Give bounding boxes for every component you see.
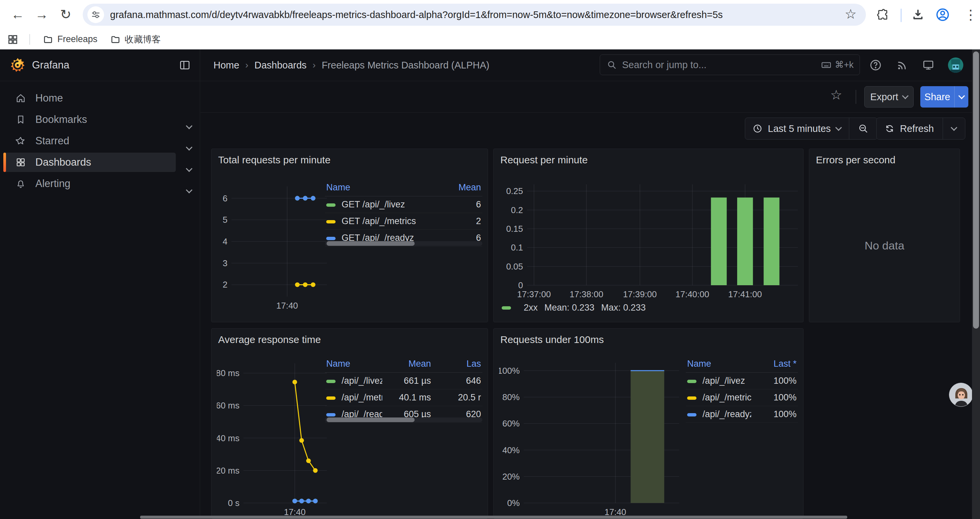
legend-row[interactable]: /api/_/metrics100% [686,390,798,406]
bookmark-label: Freeleaps [57,34,97,45]
panel-errors-per-second[interactable]: Errors per second No data [809,149,960,322]
svg-text:80 ms: 80 ms [217,368,240,378]
sidebar-item-bookmarks[interactable]: Bookmarks [3,110,176,129]
news-button[interactable] [896,59,908,72]
series-color-swatch [326,380,336,383]
panel-average-response-time[interactable]: Average response time 80 ms60 ms40 ms20 … [211,328,488,519]
panel-title[interactable]: Requests under 100ms [500,334,604,345]
legend-row[interactable]: GET /api/_/livez6 [325,196,482,213]
legend-column-header[interactable]: Name [686,356,751,373]
reload-button[interactable]: ↻ [56,5,75,24]
star-dashboard-button[interactable]: ☆ [830,87,842,102]
sidebar-toggle-button[interactable] [179,59,191,71]
legend-row[interactable]: 2xx Mean: 0.233 Max: 0.233 [502,303,646,313]
sidebar-item-label: Starred [35,135,69,147]
svg-text:20 ms: 20 ms [217,466,240,476]
help-button[interactable] [869,59,882,72]
export-label: Export [870,91,898,102]
legend-row[interactable]: /api/_/livez100% [686,373,798,390]
breadcrumb-separator: › [245,60,248,70]
series-color-swatch [326,203,336,207]
refresh-button[interactable]: Refresh [877,123,943,134]
sidebar-expand-bookmarks[interactable] [180,117,199,137]
svg-text:5: 5 [223,215,228,225]
site-info-button[interactable] [88,6,104,23]
sidebar-item-starred[interactable]: Starred [3,131,176,151]
legend-row[interactable]: GET /api/_/metrics2 [325,213,482,230]
bookmark-folder-freeleaps[interactable]: Freeleaps [43,34,97,45]
legend-column-header[interactable]: Mean [436,180,482,196]
apps-grid-button[interactable] [4,31,21,48]
share-menu-button[interactable] [954,86,968,107]
home-icon [15,93,26,104]
panel-title[interactable]: Total requests per minute [218,154,331,166]
panel-total-requests[interactable]: Total requests per minute 6543217:40 Nam… [211,149,488,322]
zoom-out-button[interactable] [849,123,877,134]
panel-title[interactable]: Request per minute [500,154,588,166]
chevron-down-icon [902,93,908,99]
scrollbar-thumb[interactable] [973,51,979,329]
breadcrumb-home[interactable]: Home [213,60,239,71]
user-avatar[interactable] [948,57,963,73]
svg-text:0.25: 0.25 [506,186,523,196]
sidebar-item-alerting[interactable]: Alerting [3,174,176,193]
breadcrumb-dashboards[interactable]: Dashboards [255,60,307,71]
svg-text:17:37:00: 17:37:00 [517,289,551,299]
panel-title[interactable]: Errors per second [816,154,895,166]
svg-text:0.15: 0.15 [506,224,523,234]
sidebar-item-label: Home [35,92,63,104]
sidebar-expand-dashboards[interactable] [180,160,199,179]
legend-row[interactable]: /api/_/metrics40.1 ms20.5 r [325,390,482,406]
downloads-button[interactable] [909,6,927,23]
panel-requests-under-100ms[interactable]: Requests under 100ms 100%80%60%40%20%0%1… [493,328,803,519]
breadcrumb-current: Freeleaps Metrics Dashboard (ALPHA) [321,60,489,71]
grafana-header: Grafana Home › Dashboards › Freeleaps Me… [0,50,980,81]
floating-assistant-avatar[interactable] [949,383,973,407]
time-range-picker[interactable]: Last 5 minutes [745,118,878,140]
vertical-scrollbar[interactable] [972,50,980,519]
chevron-down-icon [186,187,192,193]
legend-row[interactable]: /api/_/readyz100% [686,406,798,423]
back-button[interactable]: ← [8,5,27,24]
legend-column-header[interactable]: Las [432,356,482,373]
url-text[interactable]: grafana.mathmast.com/d/deytv4rwavabkb/fr… [110,10,723,21]
bookmark-star-icon[interactable]: ☆ [845,6,857,22]
address-bar[interactable]: grafana.mathmast.com/d/deytv4rwavabkb/fr… [83,4,866,26]
series-color-swatch [687,413,697,417]
sidebar-item-home[interactable]: Home [3,88,176,108]
horizontal-scrollbar-thumb[interactable] [140,516,847,519]
grafana-brand: Grafana [32,59,69,71]
legend-scrollbar[interactable] [325,417,482,422]
refresh-interval-button[interactable] [943,127,965,130]
profile-button[interactable] [934,6,951,23]
legend-row[interactable]: /api/_/livez661 µs646 [325,373,482,390]
bookmark-folder-blogs[interactable]: 收藏博客 [110,34,161,45]
rss-icon [896,59,908,72]
legend-column-header[interactable]: Mean [382,356,432,373]
svg-text:0.05: 0.05 [506,262,523,271]
share-button[interactable]: Share [920,86,954,107]
extensions-button[interactable] [874,6,891,23]
bar-chart: 0.250.20.150.10.05017:37:0017:38:0017:39… [499,178,798,303]
sidebar-nav: Home Bookmarks Starred Dashboards Alerti… [0,81,200,519]
sidebar-expand-alerting[interactable] [180,181,199,201]
browser-menu-button[interactable]: ⋮ [962,5,979,25]
sidebar-expand-starred[interactable] [180,139,199,158]
legend-column-header[interactable]: Name [325,180,436,196]
legend-column-header[interactable]: Name [325,356,382,373]
sidebar-item-dashboards[interactable]: Dashboards [3,153,176,172]
panel-title[interactable]: Average response time [218,334,321,345]
search-input[interactable]: Search or jump to... ⌘+k [600,54,860,75]
forward-button[interactable]: → [32,5,51,24]
apps-grid-icon [7,34,18,45]
svg-text:2: 2 [223,279,228,289]
legend-scrollbar[interactable] [325,241,482,246]
legend-column-header[interactable]: Last * [751,356,798,373]
export-button[interactable]: Export [864,86,914,107]
active-indicator [3,153,6,172]
grafana-brand-area: Grafana [0,50,200,81]
panel-request-per-minute[interactable]: Request per minute 0.250.20.150.10.05017… [493,149,803,322]
svg-text:80%: 80% [502,392,520,402]
monitor-button[interactable] [922,59,935,72]
zoom-out-icon [858,123,869,134]
